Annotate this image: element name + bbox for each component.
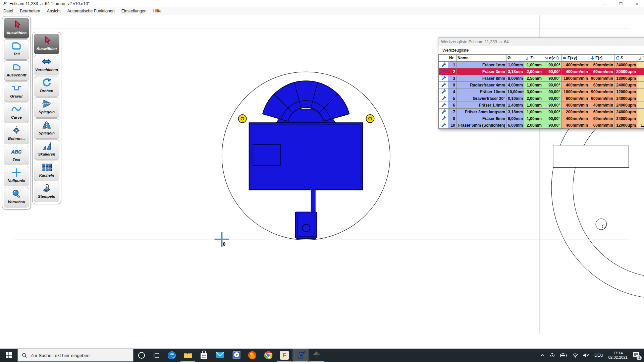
tool-cell: 8,00mm	[506, 75, 524, 82]
tool-settings-cell[interactable]	[439, 62, 448, 68]
tool-settings-cell[interactable]	[439, 122, 448, 129]
tool-button-label: Text	[4, 157, 29, 162]
stempeln-button[interactable]: Stempeln	[34, 182, 59, 202]
tool-row[interactable]: 5Gravierfräser 30°0,10mm2,00mm90,00°600m…	[439, 95, 644, 102]
text-button[interactable]: ABC Text	[4, 145, 29, 165]
tool-row[interactable]: 7Fräser 3mm langsam3,18mm1,00mm90,00°200…	[439, 109, 644, 115]
mirror-horizontal-button[interactable]: Spiegeln	[34, 97, 59, 118]
vorschau-button[interactable]: Vorschau	[4, 187, 29, 207]
tool-settings-cell[interactable]	[439, 88, 448, 95]
tool-cell: 24000upm	[614, 82, 637, 88]
tool-settings-cell[interactable]	[439, 82, 448, 88]
taskbar-app-file-explorer[interactable]	[180, 349, 196, 362]
gravur-button[interactable]: Gravur	[4, 81, 29, 102]
taskbar-app-inkscape[interactable]	[309, 349, 325, 362]
tool-settings-cell[interactable]	[439, 68, 448, 75]
taskbar-app-mail[interactable]	[212, 349, 228, 362]
col-speed: S	[614, 55, 637, 62]
taskbar-app-fusion-360[interactable]: F	[276, 349, 292, 362]
tool-cell: 400mm/min	[561, 122, 589, 129]
mirror-vertical-button[interactable]: Spiegeln	[34, 118, 59, 139]
ausschnitt-button[interactable]: Ausschnitt	[4, 60, 29, 81]
kacheln-button[interactable]: Kacheln	[34, 161, 59, 181]
drehen-button[interactable]: Drehen	[34, 76, 59, 97]
mirror-horizontal-icon	[34, 98, 59, 110]
rotate-arrow-icon	[34, 76, 59, 88]
tool-button-label: Nullpunkt	[4, 178, 29, 183]
engrave-channel-icon	[4, 82, 29, 94]
toolwindow-menu-werkzeugliste[interactable]: Werkzeugliste	[438, 46, 473, 54]
taskbar-app-firefox[interactable]	[244, 349, 260, 362]
taskbar-app-chrome[interactable]	[260, 349, 276, 362]
menu-ansicht[interactable]: Ansicht	[44, 7, 64, 15]
tool-cell: 4,00mm	[506, 82, 524, 88]
tool-button-label: Auswählen	[34, 46, 59, 51]
tool-row[interactable]: 2Fräser 3mm3,18mm2,00mm90,00°400mm/min60…	[439, 68, 644, 75]
tool-row[interactable]: 10Fräser 6mm (Schlichten)6,00mm2,00mm90,…	[439, 122, 644, 129]
tool-row[interactable]: 3Fräser 8mm8,00mm2,50mm90,00°1800mm/min9…	[439, 75, 644, 82]
taskbar-app-microsoft-store[interactable]	[196, 349, 212, 362]
language-indicator[interactable]: DEU	[594, 353, 603, 358]
action-center-button[interactable]: 1	[633, 352, 639, 359]
tray-chevron-icon[interactable]	[540, 354, 545, 357]
task-view-button[interactable]	[150, 349, 164, 362]
tool-cell: 2,50mm	[524, 75, 543, 82]
menu-datei[interactable]: Datei	[0, 7, 16, 15]
tool-cell: 7	[448, 109, 457, 115]
taskbar-clock[interactable]: 17:14 02.02.2021	[608, 351, 628, 360]
tool-settings-cell[interactable]	[439, 95, 448, 102]
volume-muted-tray-icon[interactable]	[583, 353, 590, 358]
taskbar-search[interactable]	[17, 349, 133, 362]
menu-automatische-funktionen[interactable]: Automatische Funktionen	[64, 7, 118, 15]
select-cursor-icon	[34, 34, 59, 46]
wrench-icon	[441, 122, 446, 127]
menu-bearbeiten[interactable]: Bearbeiten	[16, 7, 43, 15]
bohren-button[interactable]: Bohren...	[4, 124, 29, 144]
menu-hilfe[interactable]: Hilfe	[150, 7, 165, 15]
search-input[interactable]	[31, 353, 128, 358]
maximize-button[interactable]: ❐	[613, 0, 629, 7]
taskbar-app-estlcam[interactable]: E	[292, 349, 309, 362]
tool-cell: 1800mm/min	[561, 88, 589, 95]
carve-button[interactable]: Carve	[4, 103, 29, 123]
tool-settings-cell[interactable]	[439, 109, 448, 115]
col-zplus: Z+	[524, 55, 543, 62]
onedrive-tray-icon[interactable]	[549, 353, 555, 358]
wrench-icon	[441, 75, 446, 80]
tool-settings-cell[interactable]	[439, 115, 448, 122]
window-title: Estlcam 11,233_a_64 "Lampe_v2 v10.e10"	[9, 1, 90, 6]
verschieben-button[interactable]: Verschieben	[34, 55, 59, 75]
zero-point-cross-icon	[4, 166, 29, 178]
select-button[interactable]: Auswählen	[4, 18, 29, 39]
tool-settings-cell[interactable]	[439, 75, 448, 82]
taskbar-app-edge[interactable]	[164, 349, 180, 362]
select-sub-button[interactable]: Auswählen	[34, 34, 59, 54]
tool-row[interactable]: 4Fräser 10mm10,00mm3,00mm90,00°1800mm/mi…	[439, 88, 644, 95]
system-tray: DEU 17:14 02.02.2021 1	[538, 349, 644, 362]
teil-button[interactable]: Teil	[4, 39, 29, 60]
tool-cell: 3,18mm	[506, 68, 524, 75]
nullpunkt-button[interactable]: Nullpunkt	[4, 166, 29, 186]
tool-cell: 60mm/min	[589, 68, 614, 75]
skalieren-button[interactable]: Skalieren	[34, 139, 59, 160]
inkscape-icon	[312, 351, 321, 360]
menu-einstellungen[interactable]: Einstellungen	[118, 7, 150, 15]
battery-tray-icon[interactable]	[560, 353, 568, 358]
toolwindow-titlebar[interactable]: Werkzeugliste Estlcam 11,233_a_64	[438, 38, 644, 46]
tool-cell: 1,40mm	[506, 102, 524, 109]
cortana-icon[interactable]	[138, 352, 145, 359]
tool-settings-cell[interactable]	[439, 102, 448, 109]
wifi-tray-icon[interactable]	[572, 353, 578, 358]
minimize-button[interactable]: —	[597, 0, 612, 7]
drawing-canvas[interactable]: 0 Auswählen Teil Ausschnitt Gravur	[0, 15, 644, 349]
tool-row[interactable]: 1Fräser 1mm1,00mm1,00mm90,00°400mm/min60…	[439, 62, 644, 68]
start-button[interactable]	[0, 349, 17, 362]
taskbar-app-movies-tv[interactable]	[228, 349, 244, 362]
tool-cell: 90,00°	[543, 95, 561, 102]
close-button[interactable]: ✕	[629, 0, 644, 7]
toolwindow: Werkzeugliste Estlcam 11,233_a_64 Werkze…	[438, 38, 644, 129]
tool-row[interactable]: 8Fräser 6mm6,00mm1,00mm90,00°400mm/min60…	[439, 115, 644, 122]
tool-row[interactable]: 9Radiusfräser 4mm4,00mm1,00mm90,00°400mm…	[439, 82, 644, 88]
tool-cell: 60mm/min	[589, 115, 614, 122]
tool-row[interactable]: 6Fräser 1.4mm1,40mm1,00mm90,00°400mm/min…	[439, 102, 644, 109]
